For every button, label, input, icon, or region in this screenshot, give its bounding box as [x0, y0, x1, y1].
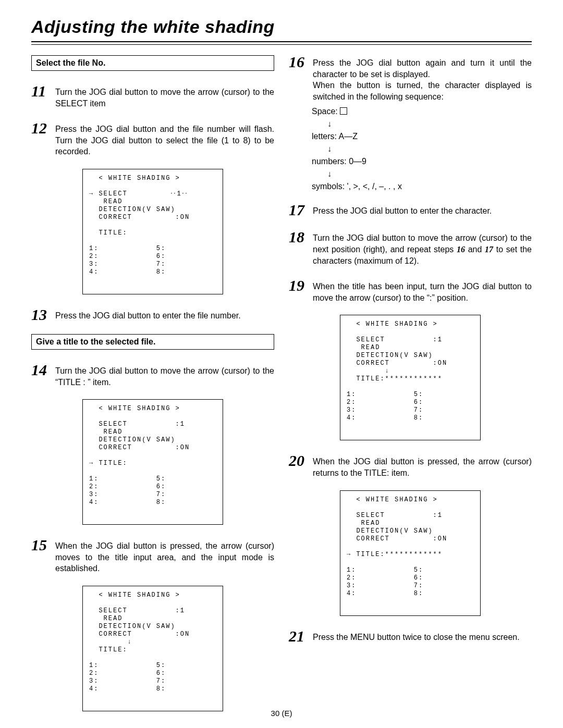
- step-number: 21: [289, 628, 310, 644]
- step-text: When the JOG dial button is pressed, the…: [55, 537, 274, 574]
- step-text: Turn the JOG dial button to move the arr…: [55, 362, 274, 388]
- page-title: Adjusting the white shading: [31, 17, 532, 37]
- step-text: Press the JOG dial button to enter the c…: [313, 202, 532, 217]
- step-number: 19: [289, 278, 310, 293]
- step-13: 13 Press the JOG dial button to enter th…: [31, 307, 274, 323]
- step-text: Press the MENU button twice to close the…: [313, 628, 532, 643]
- step-number: 11: [31, 83, 52, 99]
- subhead-give-title: Give a title to the selected file.: [31, 334, 274, 350]
- step-14: 14 Turn the JOG dial button to move the …: [31, 362, 274, 388]
- step-number: 16: [289, 54, 310, 70]
- screen-step12: < WHITE SHADING > → SELECT ‧‧1‧‧ READ DE…: [82, 169, 223, 294]
- step-text: Turn the JOG dial button to move the arr…: [55, 83, 274, 109]
- seq-space: Space:: [312, 105, 532, 118]
- step-15: 15 When the JOG dial button is pressed, …: [31, 537, 274, 574]
- seq-symbols: symbols: ', >, <, /, –, . , x: [312, 180, 532, 193]
- down-arrow-icon: ↓: [312, 118, 532, 130]
- down-arrow-icon: ↓: [312, 143, 532, 155]
- screen-step19: < WHITE SHADING > SELECT :1 READ DETECTI…: [340, 315, 481, 440]
- step-number: 15: [31, 537, 52, 553]
- right-column: 16 Press the JOG dial button again and t…: [289, 54, 532, 724]
- step-20: 20 When the JOG dial button is pressed, …: [289, 453, 532, 478]
- subhead-select-file: Select the file No.: [31, 55, 274, 71]
- step-16: 16 Press the JOG dial button again and t…: [289, 54, 532, 102]
- space-box-icon: [340, 107, 347, 115]
- columns: Select the file No. 11 Turn the JOG dial…: [31, 54, 532, 724]
- step-19: 19 When the title has been input, turn t…: [289, 278, 532, 303]
- step-number: 20: [289, 453, 310, 468]
- left-column: Select the file No. 11 Turn the JOG dial…: [31, 54, 274, 724]
- step-17: 17 Press the JOG dial button to enter th…: [289, 202, 532, 218]
- step-number: 13: [31, 307, 52, 323]
- screen-step15: < WHITE SHADING > SELECT :1 READ DETECTI…: [82, 586, 223, 711]
- step-number: 17: [289, 202, 310, 218]
- step-text: Press the JOG dial button again and turn…: [313, 54, 532, 102]
- step-text: Press the JOG dial button to enter the f…: [55, 307, 274, 322]
- step16-line2: When the button is turned, the character…: [313, 81, 532, 101]
- step-text: Turn the JOG dial button to move the arr…: [313, 229, 532, 266]
- char-sequence: Space: ↓ letters: A—Z ↓ numbers: 0—9 ↓ s…: [312, 105, 532, 193]
- step-number: 18: [289, 229, 310, 245]
- page-number: 30 (E): [0, 709, 563, 718]
- down-arrow-icon: ↓: [312, 168, 532, 180]
- step-11: 11 Turn the JOG dial button to move the …: [31, 83, 274, 109]
- step-21: 21 Press the MENU button twice to close …: [289, 628, 532, 644]
- seq-numbers: numbers: 0—9: [312, 155, 532, 168]
- step16-line1: Press the JOG dial button again and turn…: [313, 58, 532, 79]
- seq-letters: letters: A—Z: [312, 130, 532, 143]
- step-number: 12: [31, 120, 52, 136]
- step-text: When the JOG dial button is pressed, the…: [313, 453, 532, 478]
- step-text: When the title has been input, turn the …: [313, 278, 532, 303]
- step-text: Press the JOG dial button and the file n…: [55, 120, 274, 157]
- step-18: 18 Turn the JOG dial button to move the …: [289, 229, 532, 266]
- step-12: 12 Press the JOG dial button and the fil…: [31, 120, 274, 157]
- title-rule: [31, 41, 532, 45]
- step-number: 14: [31, 362, 52, 378]
- screen-step20: < WHITE SHADING > SELECT :1 READ DETECTI…: [340, 490, 481, 616]
- screen-step14: < WHITE SHADING > SELECT :1 READ DETECTI…: [82, 399, 223, 525]
